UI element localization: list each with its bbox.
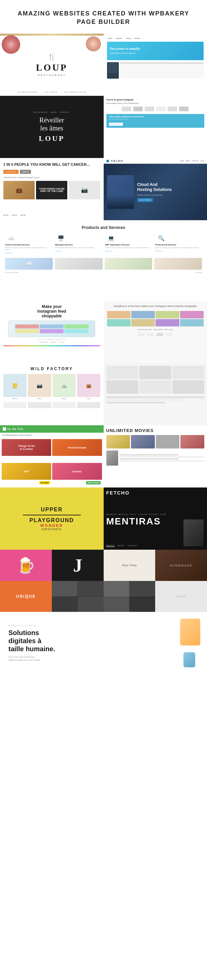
fetcho-nav-musica[interactable]: MUSICA [106, 545, 115, 547]
wild-extra-item [172, 380, 204, 394]
shop-item [64, 325, 88, 328]
thumbnail-valeo-products[interactable]: Products and Services ☁️ Cloud & Hosting… [0, 220, 207, 301]
nav-item-2: LE CARTE [45, 91, 57, 93]
shoppable-screen-preview [8, 320, 95, 337]
dark-cell-content: J [73, 556, 82, 574]
cancer-buttons: LEARN MORE DONATE [3, 170, 100, 174]
wild-product-1: 📒 Notebook [3, 374, 27, 399]
thumbnail-todo-london[interactable]: ✓ to do list The ultimate guide to Londo… [0, 425, 104, 487]
movies-title: UNLIMITED MOVIES [106, 428, 205, 433]
saas-main [120, 62, 204, 79]
thumbnail-shoppable[interactable]: Make yourInstagram feedshoppable Trusted… [0, 301, 104, 363]
movies-grid [106, 435, 205, 449]
tech-label-2: Technology [195, 272, 202, 273]
valeo-logo-icon [106, 160, 109, 162]
wild-more-2 [28, 402, 51, 408]
wild-more-4 [77, 402, 100, 408]
saas-nav-item: Pricing [125, 37, 132, 40]
product-desc-cloud: Reliable cloud hosting solutions with 99… [5, 247, 52, 250]
todo-subtitle: The ultimate guide to London & beyond [0, 433, 104, 438]
thumbnail-colorful-portfolio[interactable]: 🍺 J UNIQUE [0, 550, 104, 612]
thumbnail-easybuy-desc[interactable]: EasyBuy is a tool that makes your Instag… [104, 301, 207, 363]
thumbnail-saas[interactable]: Home Features Pricing Contact The power … [104, 33, 207, 96]
text-line [119, 454, 179, 455]
eb-logo-1 [138, 333, 144, 336]
cloud-visual-icon: ☁️ [25, 260, 33, 267]
wild-products-grid: 📒 Notebook 📷 Camera 🚲 Bicycle 👜 Bag [3, 374, 100, 399]
thumbnail-cancer-awareness[interactable]: 1 IN 5 PEOPLE YOU KNOW WILL GET CANCER..… [0, 158, 104, 220]
colorful-cell-beer: 🍺 [0, 550, 52, 581]
text-line [106, 396, 205, 398]
logo-item [122, 107, 131, 111]
valeo-logo-text: VALEO [111, 159, 124, 162]
shop-item [40, 329, 64, 333]
eb-partner-logos [107, 333, 204, 336]
cancer-desc: CANCER & SELF - EverFast® Weekly® to go … [3, 177, 100, 179]
text-line [119, 458, 179, 460]
text-line [119, 456, 205, 458]
partner-logo-2: BRAND [50, 341, 56, 343]
photo-grid-item [52, 581, 77, 597]
erp-icon: 💻 [105, 234, 117, 242]
restaurant-cutlery-icon: 🍴 [47, 53, 56, 61]
todo-card-festival: Festival Guide [52, 439, 102, 462]
product-name-managed: Managed Services [55, 244, 73, 246]
cancer-btn-learn[interactable]: LEARN MORE [3, 170, 19, 174]
wild-product-4: 👜 Bag [77, 374, 100, 399]
fetcho-nav-about[interactable]: ABOUT [117, 545, 125, 547]
photo-item-3 [104, 597, 130, 612]
wild-extra-grid [106, 366, 205, 394]
fetcho-logo: FETCHO [106, 490, 205, 496]
thumbnail-restaurant-dark[interactable]: RESTAURANT MENU CONTACT Réveillerles âme… [0, 96, 104, 158]
todo-card-free: Events FREE TICKETS [52, 463, 102, 486]
page-header: Amazing Websites Created With WPBakery P… [0, 0, 207, 33]
thumbnail-street-art[interactable]: UPPER PLAYGROUND WONDER GROUNDS [0, 487, 104, 550]
cancer-stat-text: 1 IN 5 PEOPLE YOU KNOW WILL GET CANCER..… [3, 162, 100, 167]
eb-logo-2 [147, 333, 154, 336]
product-link-managed[interactable]: Learn more → [55, 250, 64, 252]
cloud-visual: ☁️ [5, 258, 53, 270]
thumbnail-wild-extra[interactable] [104, 363, 207, 425]
cancer-btn-donate[interactable]: DONATE [20, 170, 30, 174]
restaurant-logo: LOUP [36, 62, 67, 73]
tech-images-row: ☁️ [5, 258, 202, 270]
cta-button[interactable]: SIGN UP FREE → [109, 123, 123, 126]
movie-thumb-1 [106, 435, 130, 449]
tech-labels: Is Cloud Hosting Safe? Technology [5, 272, 202, 273]
products-section-title: Products and Services [5, 225, 202, 230]
street-text-wonder: WONDER [40, 523, 63, 528]
product-link-erp[interactable]: Get in touch → [105, 250, 114, 252]
fetcho-nav-contact[interactable]: CONTACT [128, 545, 138, 547]
product-link-professional[interactable]: Get in touch → [155, 250, 164, 252]
thumbnail-movies[interactable]: UNLIMITED MOVIES [104, 425, 207, 487]
product-desc-professional: Expert IT consulting, project management… [155, 247, 199, 249]
dark-square-image: YOUR HANDS CAN BE PART OF THE CURE [36, 181, 67, 199]
saas-nav-item: Contact [133, 37, 141, 40]
thumbnail-fetcho[interactable]: FETCHO WORDS WHILE TELL THEIR STORY FOR … [104, 487, 207, 550]
art-card-img: ART [2, 463, 51, 480]
colorful-cell-photogrid [52, 581, 104, 612]
valeo-cta-button[interactable]: GET STARTED [137, 198, 153, 202]
familiar-sub: All the biggest names, all the FamiliarF… [106, 102, 205, 105]
thumbnail-restaurant-loup[interactable]: 🍴 LOUP RESTAURANT LE RESTAURANT LE CARTE… [0, 33, 104, 96]
thumbnail-wild-factory[interactable]: WILD FACTORY 📒 Notebook 📷 Camera 🚲 Bicyc… [0, 363, 104, 425]
product-link-cloud[interactable]: Learn more → [5, 252, 14, 254]
thumbnail-saas-logos[interactable]: You're in good company All the biggest n… [104, 96, 207, 158]
valeo-hero: Cloud AndHosting Solutions Reliable host… [104, 164, 207, 220]
todo-content: Things To Doin London Festival Guide ART… [0, 438, 104, 487]
wild-product-img-2: 📷 [28, 374, 51, 397]
wild-extra-item [172, 366, 204, 379]
eb-cell [180, 319, 204, 326]
thumbnail-valeo-hosting[interactable]: VALEO HOME ABOUT SERVICES BLOG Cloud And… [104, 158, 207, 220]
saas-sidebar [107, 62, 119, 79]
street-text-grounds: GROUNDS [42, 528, 62, 531]
wild-product-3: 🚲 Bicycle [53, 374, 76, 399]
thumbnail-solutions-digitales[interactable]: AGENCE DIGITALE Solutionsdigitales àtail… [0, 612, 207, 674]
product-name-cloud: Cloud & Hosting Services [5, 244, 30, 246]
cancer-price: €39.99€49.99€59.99 [3, 214, 100, 216]
magic-cell-4: UNIQUE [155, 581, 207, 612]
text-line [106, 399, 185, 401]
thumbnail-magic-things[interactable]: Magic Things HANDMADE UNIQUE [104, 550, 207, 612]
todo-title: to do list [7, 427, 24, 431]
handmade-text: HANDMADE [170, 564, 193, 567]
